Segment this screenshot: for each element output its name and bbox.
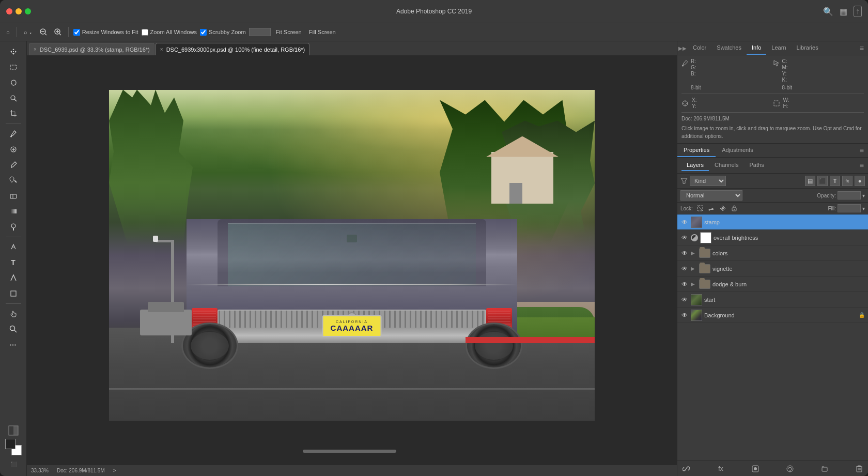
status-arrow[interactable]: > [113, 468, 116, 473]
fill-input[interactable]: 100% [838, 204, 861, 212]
lock-image-btn[interactable] [707, 204, 716, 212]
paths-tab[interactable]: Paths [745, 160, 769, 171]
search-icon[interactable]: 🔍 [823, 7, 833, 17]
svg-point-51 [754, 467, 757, 470]
layer-dodge-burn[interactable]: 👁 ▶ dodge & burn [677, 277, 868, 292]
layer-colors-arrow[interactable]: ▶ [691, 250, 697, 256]
layer-background-visibility[interactable]: 👁 [680, 311, 689, 319]
kind-filter-select[interactable]: Kind [690, 176, 726, 186]
layer-vignette-arrow[interactable]: ▶ [691, 266, 697, 271]
zoom-tool[interactable] [5, 322, 22, 336]
quick-mask-button[interactable] [7, 424, 20, 437]
lock-artboard-btn[interactable] [719, 204, 727, 212]
maximize-button[interactable] [25, 8, 31, 14]
adjustments-tab[interactable]: Adjustments [716, 144, 760, 157]
zoom-level-input[interactable]: 100% [249, 28, 271, 36]
h-scrollbar-thumb[interactable] [303, 450, 396, 453]
layer-delete-btn[interactable] [854, 463, 865, 474]
foreground-color[interactable] [5, 439, 16, 449]
properties-tab[interactable]: Properties [677, 144, 716, 157]
layer-colors-visibility[interactable]: 👁 [680, 249, 689, 257]
properties-collapse-icon[interactable]: ≡ [860, 146, 864, 155]
layer-fx-btn[interactable]: fx [715, 463, 726, 474]
layer-stamp-visibility[interactable]: 👁 [680, 218, 689, 226]
type-tool[interactable]: T [5, 255, 22, 270]
layer-dodge-burn-arrow[interactable]: ▶ [691, 281, 697, 287]
lock-all-btn[interactable] [730, 204, 738, 212]
layer-colors[interactable]: 👁 ▶ colors [677, 245, 868, 261]
layers-collapse-icon[interactable]: ≡ [860, 161, 864, 170]
layer-dodge-burn-visibility[interactable]: 👁 [680, 280, 689, 288]
clone-stamp-tool[interactable] [5, 173, 22, 188]
document-tab-1[interactable]: × DSC_6939x3000px.psd @ 100% (fine detai… [156, 43, 309, 55]
layer-filter-smart[interactable]: ● [855, 176, 865, 186]
marquee-tool[interactable] [5, 60, 22, 74]
pen-tool[interactable] [5, 240, 22, 254]
layer-filter-type[interactable]: T [830, 176, 840, 186]
channels-tab[interactable]: Channels [709, 160, 743, 171]
panel-expand-icon[interactable]: ▶▶ [677, 43, 688, 53]
libraries-tab[interactable]: Libraries [792, 41, 824, 55]
layer-stamp[interactable]: 👁 stamp [677, 214, 868, 230]
layer-vignette[interactable]: 👁 ▶ vignette [677, 261, 868, 277]
scrubby-zoom-checkbox[interactable] [200, 29, 207, 36]
layer-filter-adjust[interactable]: ⬛ [817, 176, 828, 186]
gradient-tool[interactable] [5, 204, 22, 219]
eraser-tool[interactable] [5, 189, 22, 203]
panel-menu-icon[interactable]: ≡ [856, 42, 868, 54]
opacity-arrow[interactable]: ▾ [862, 193, 865, 198]
layer-group-btn[interactable] [819, 463, 830, 474]
brush-tool[interactable] [5, 158, 22, 172]
fg-bg-color-selector[interactable] [5, 439, 22, 455]
extra-tools-button[interactable]: ••• [5, 337, 22, 352]
resize-windows-checkbox[interactable] [73, 29, 80, 36]
canvas-image[interactable]: CALIFORNIA CAAAAAR [109, 90, 595, 421]
layer-link-btn[interactable] [680, 463, 692, 474]
fill-screen-button[interactable]: Fill Screen [307, 28, 338, 36]
opacity-input[interactable]: 100% [838, 191, 861, 199]
spot-heal-tool[interactable] [5, 142, 22, 157]
layer-mask-btn[interactable] [750, 463, 761, 474]
layer-brightness[interactable]: 👁 overall brightness [677, 230, 868, 245]
zoom-out-button[interactable] [38, 27, 49, 37]
layer-adjustment-btn[interactable] [784, 463, 796, 474]
fill-arrow[interactable]: ▾ [862, 206, 865, 211]
info-tab[interactable]: Info [747, 41, 766, 55]
layer-filter-pixel[interactable]: ▤ [805, 176, 815, 186]
dodge-tool[interactable] [5, 220, 22, 234]
change-screen-mode[interactable]: ⬛ [7, 459, 20, 469]
document-tab-0[interactable]: × DSC_6939.psd @ 33.3% (stamp, RGB/16*) [29, 43, 154, 55]
layer-filter-fx[interactable]: fx [842, 176, 853, 186]
share-icon[interactable]: ↑ [854, 6, 862, 17]
layers-tab[interactable]: Layers [681, 160, 709, 171]
minimize-button[interactable] [16, 8, 22, 14]
quick-select-tool[interactable] [5, 91, 22, 105]
blend-mode-select[interactable]: Normal [680, 190, 742, 201]
tab-close-0[interactable]: × [34, 47, 37, 52]
layer-start[interactable]: 👁 start [677, 292, 868, 308]
arrange-icon[interactable]: ▦ [840, 7, 847, 17]
layer-brightness-visibility[interactable]: 👁 [680, 234, 689, 242]
layer-start-visibility[interactable]: 👁 [680, 296, 689, 304]
path-select-tool[interactable] [5, 271, 22, 285]
zoom-options-button[interactable]: ⌕ ▾ [22, 28, 35, 36]
swatches-tab[interactable]: Swatches [711, 41, 747, 55]
tab-close-1[interactable]: × [160, 47, 163, 52]
crop-tool[interactable] [5, 106, 22, 121]
color-tab[interactable]: Color [688, 41, 711, 55]
zoom-in-button[interactable] [52, 27, 64, 37]
canvas-viewport[interactable]: CALIFORNIA CAAAAAR [27, 56, 677, 465]
layer-background[interactable]: 👁 Background 🔒 [677, 308, 868, 323]
fit-screen-button[interactable]: Fit Screen [274, 28, 304, 36]
zoom-all-checkbox[interactable] [142, 29, 148, 36]
home-button[interactable]: ⌂ [4, 28, 12, 36]
layer-vignette-visibility[interactable]: 👁 [680, 265, 689, 273]
learn-tab[interactable]: Learn [766, 41, 791, 55]
shape-tool[interactable] [5, 286, 22, 301]
move-tool[interactable] [5, 44, 22, 59]
close-button[interactable] [6, 8, 12, 14]
lock-transparent-btn[interactable] [696, 204, 704, 212]
hand-tool[interactable] [5, 306, 22, 321]
eyedropper-tool[interactable] [5, 127, 22, 141]
lasso-tool[interactable] [5, 75, 22, 90]
